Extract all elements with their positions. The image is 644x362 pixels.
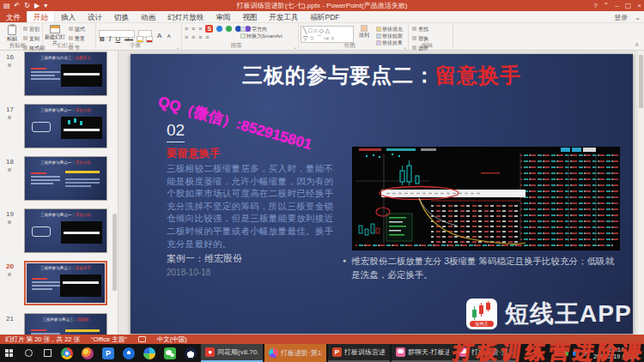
plugin-green-icon[interactable]: [226, 26, 232, 32]
cut-button[interactable]: 剪切: [23, 26, 45, 33]
tab-design[interactable]: 设计: [82, 11, 108, 22]
pin-ribbon-icon[interactable]: ⌄: [635, 14, 641, 21]
arrange-button[interactable]: 排列: [355, 25, 373, 39]
dialog-launcher-icon[interactable]: ⌄: [403, 44, 407, 50]
slide-scrollbar[interactable]: [638, 51, 644, 335]
collapse-ribbon-icon[interactable]: ∧: [635, 41, 639, 48]
group-label: 字体: [96, 42, 174, 50]
find-button[interactable]: 查找: [412, 26, 428, 33]
transition-indicator-icon: [8, 168, 11, 172]
slide-thumbnail-16[interactable]: 三板的参与方法三：低吸买点: [24, 51, 107, 96]
bullets-icon[interactable]: ≡: [185, 26, 188, 32]
notes-icon[interactable]: [138, 336, 146, 342]
slide-thumbnail-18[interactable]: 三板的参与要点一：买在分歧: [24, 156, 107, 201]
help-icon[interactable]: ?: [593, 0, 597, 11]
player-icon[interactable]: P: [102, 347, 114, 359]
dialog-launcher-icon[interactable]: ⌄: [293, 44, 297, 50]
plugin-s-icon[interactable]: S: [205, 25, 213, 33]
paste-label: 粘贴: [7, 36, 17, 42]
search-button[interactable]: [19, 344, 38, 362]
slide-number: 17: [6, 106, 14, 113]
tab-insert[interactable]: 插入: [55, 11, 82, 22]
slide-thumbnail-20-selected[interactable]: 三板的参与要点二：留意换手: [24, 261, 107, 305]
strikethrough-button[interactable]: abc: [124, 37, 134, 42]
taskbar-window-course[interactable]: 打板进阶·第1期群…: [264, 344, 326, 362]
group-editing: 查找 替换 选择 编辑: [409, 23, 453, 50]
tab-home[interactable]: 开始: [27, 11, 55, 22]
smartart-button[interactable]: 转换为SmartArt: [240, 33, 283, 39]
align-left-icon[interactable]: ≡: [185, 34, 188, 40]
thumb-chart-image: [61, 64, 102, 87]
shape-fill-button[interactable]: 形状填充: [376, 26, 403, 33]
minimize-icon[interactable]: –: [615, 0, 618, 11]
tab-file[interactable]: 文件: [0, 11, 27, 22]
task-view-button[interactable]: [38, 344, 57, 362]
group-label: 剪贴板: [0, 42, 35, 50]
shape-outline-button[interactable]: 形状轮廓: [376, 33, 403, 39]
thumb-text-lines: [31, 171, 60, 184]
tab-view[interactable]: 视图: [237, 11, 264, 22]
layout-button[interactable]: 版式: [69, 26, 85, 33]
current-slide-canvas[interactable]: 三板的参与要点二：留意换手 QQ（微信）:852915801 02 要留意换手 …: [131, 54, 633, 334]
numbering-icon[interactable]: ≡: [191, 26, 195, 32]
sign-in-link[interactable]: 登录: [614, 13, 628, 22]
transition-indicator-icon: [8, 220, 11, 224]
thumb-highlight-bar: [65, 171, 100, 173]
shapes-row: ╲ □ ○ ◇ △: [303, 27, 353, 34]
tab-review[interactable]: 审阅: [210, 11, 237, 22]
group-label: 幻灯片: [43, 42, 88, 50]
slide-thumbnail-19[interactable]: 三板的参与要点一：买在分歧: [24, 208, 107, 253]
tab-foxit-pdf[interactable]: 福昕PDF: [305, 11, 346, 22]
shape-fill-icon: [376, 27, 381, 32]
app-logo-text: 短线王APP: [505, 298, 632, 330]
taskbar-window-powerpoint[interactable]: P 打板训练营进阶(七-…: [328, 344, 390, 362]
ribbon-options-icon[interactable]: ⌃: [604, 0, 610, 11]
grow-font-button[interactable]: A: [156, 32, 162, 39]
slide-thumbnail-17[interactable]: 三板的参与要点一：买在分歧: [24, 104, 107, 148]
text-direction-button[interactable]: 文字方向: [240, 26, 283, 33]
thunder-icon[interactable]: [143, 347, 155, 359]
slide-thumbnail-21[interactable]: 三板的参与要点三：间隔板: [24, 313, 107, 335]
blue-app-icon[interactable]: [123, 347, 135, 359]
dialog-launcher-icon[interactable]: ⌄: [37, 44, 41, 50]
indent-icon[interactable]: ≡: [198, 26, 202, 32]
arrange-label: 排列: [359, 33, 369, 39]
case-date: 2018-10-18: [167, 268, 210, 277]
paste-button[interactable]: 粘贴: [2, 25, 22, 42]
chrome-icon[interactable]: [61, 347, 73, 359]
plugin-blue-icon[interactable]: [216, 26, 222, 32]
case-label: 案例一：维宏股份: [167, 252, 242, 265]
justify-icon[interactable]: ≡: [205, 34, 209, 40]
wechat-icon[interactable]: [164, 347, 176, 359]
thumbnail-scrollbar[interactable]: [112, 214, 117, 291]
slide-body-text: 三板相较二板缩量居多，买入时，量能不能是极度萎缩，允许小幅缩量，因为有的个股如果…: [167, 162, 342, 250]
thumb-shape: [32, 226, 51, 237]
new-slide-icon: [50, 25, 60, 33]
close-icon[interactable]: ×: [637, 0, 641, 11]
taskbar-window-tonghuashun[interactable]: 同花顺(v8.70.51): [201, 344, 263, 362]
course-app-icon: [269, 348, 278, 358]
align-right-icon[interactable]: ≡: [198, 34, 202, 40]
tab-transitions[interactable]: 切换: [108, 11, 135, 22]
shrink-font-button[interactable]: A: [167, 33, 172, 39]
shapes-row: ▽ ☆ ⌒ ⇨ ○: [303, 34, 353, 42]
align-center-icon[interactable]: ≡: [191, 34, 195, 40]
slide-editing-area: 三板的参与要点二：留意换手 QQ（微信）:852915801 02 要留意换手 …: [118, 51, 644, 335]
start-button[interactable]: [0, 344, 19, 362]
slide-number: 16: [6, 53, 14, 61]
tab-animations[interactable]: 动画: [135, 11, 161, 22]
tab-developer[interactable]: 开发工具: [264, 11, 305, 22]
taskbar-window-groupchat[interactable]: 群聊天-打板进阶(第…: [392, 344, 453, 362]
firefox-icon[interactable]: [82, 347, 94, 359]
qq-icon[interactable]: [185, 347, 197, 359]
shapes-gallery[interactable]: ╲ □ ○ ◇ △ ▽ ☆ ⌒ ⇨ ○: [301, 26, 354, 43]
slide-title-red: 留意换手: [435, 63, 521, 87]
tab-slideshow[interactable]: 幻灯片放映: [161, 11, 210, 22]
thumb-text-lines: [31, 66, 60, 80]
dialog-launcher-icon[interactable]: ⌄: [176, 44, 180, 50]
restore-icon[interactable]: ▢: [625, 0, 632, 11]
bullet-text: 维宏股份二板放量充分 3板缩量 筹码稳定且换手比较充分；低吸就是洗盘，必定换手。: [351, 254, 622, 281]
workspace: 16 三板的参与方法三：低吸买点 17 三板的参与要点一：买在分歧: [0, 51, 644, 335]
language-indicator[interactable]: 中文(中国): [157, 335, 187, 344]
thumb-text-lines: [31, 328, 60, 335]
